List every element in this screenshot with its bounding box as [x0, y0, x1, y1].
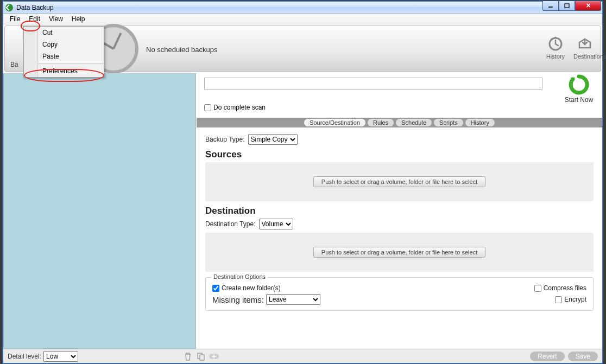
add-icon[interactable] [209, 352, 219, 361]
app-window: Data Backup ✕ File Edit View Help Cut Co… [3, 1, 603, 363]
complete-scan-label: Do complete scan [213, 104, 266, 111]
detail-level-label: Detail level: [8, 353, 41, 360]
menu-file[interactable]: File [5, 14, 24, 24]
complete-scan-input[interactable] [204, 104, 211, 111]
menuitem-cut[interactable]: Cut [24, 27, 104, 39]
revert-button[interactable]: Revert [530, 352, 564, 361]
menuitem-copy[interactable]: Copy [24, 39, 104, 50]
menuitem-preferences[interactable]: Preferences [24, 65, 104, 77]
svg-rect-1 [565, 4, 569, 8]
start-now-button[interactable]: Start Now [562, 74, 596, 104]
sources-push-button[interactable]: Push to select or drag a volume, folder … [313, 176, 485, 187]
status-bar: Detail level: Low Revert Save [3, 349, 602, 363]
svg-rect-11 [200, 355, 204, 360]
backup-type-select[interactable]: Simple Copy [248, 134, 298, 145]
start-now-icon [569, 74, 589, 95]
svg-point-8 [559, 39, 560, 40]
tab-history[interactable]: History [465, 119, 495, 126]
menu-edit[interactable]: Edit [24, 14, 45, 24]
menu-view[interactable]: View [45, 14, 67, 24]
tab-source-destination[interactable]: Source/Destination [304, 119, 365, 126]
history-button[interactable]: History [544, 36, 567, 60]
destinations-icon [577, 36, 593, 52]
window-controls: ✕ [542, 1, 601, 11]
delete-icon[interactable] [182, 352, 193, 361]
encrypt-input[interactable] [555, 296, 562, 303]
compress-files-input[interactable] [534, 285, 541, 292]
destination-options-fieldset: Destination Options Create new folder(s)… [205, 277, 594, 311]
maximize-button[interactable] [559, 1, 575, 11]
destinations-label: Destinations [573, 53, 596, 60]
history-label: History [544, 53, 567, 60]
destination-push-button[interactable]: Push to select or drag a volume, folder … [313, 247, 485, 258]
backup-list-panel [3, 73, 196, 349]
destinations-button[interactable]: Destinations [573, 36, 596, 60]
destination-type-label: Destination Type: [205, 220, 256, 228]
menuitem-paste[interactable]: Paste [24, 50, 104, 62]
create-new-folders-checkbox[interactable]: Create new folder(s) [212, 284, 281, 292]
destination-type-select[interactable]: Volume [259, 219, 293, 229]
tab-rules[interactable]: Rules [368, 119, 394, 126]
svg-point-9 [555, 37, 557, 39]
create-new-folders-input[interactable] [212, 285, 219, 292]
banner-left-caption: Ba [10, 61, 18, 68]
titlebar: Data Backup ✕ [3, 2, 602, 14]
save-button[interactable]: Save [568, 352, 598, 361]
svg-point-7 [551, 39, 553, 40]
destination-heading: Destination [205, 206, 594, 216]
duplicate-icon[interactable] [195, 352, 206, 361]
compress-files-checkbox[interactable]: Compress files [534, 284, 586, 292]
destination-options-legend: Destination Options [211, 273, 268, 280]
form-area: Backup Type: Simple Copy Sources Push to… [197, 129, 602, 349]
encrypt-checkbox[interactable]: Encrypt [555, 296, 586, 303]
backup-name-input[interactable] [204, 78, 542, 90]
svg-rect-0 [548, 7, 553, 8]
window-title: Data Backup [16, 4, 54, 11]
missing-items-select[interactable]: Leave [266, 294, 320, 305]
history-icon [547, 36, 564, 52]
tab-strip: Source/Destination Rules Schedule Script… [197, 118, 602, 127]
sources-heading: Sources [205, 149, 594, 160]
create-new-folders-label: Create new folder(s) [222, 284, 281, 292]
start-now-label: Start Now [562, 96, 596, 104]
main-panel: Start Now Do complete scan Source/Destin… [197, 73, 602, 349]
complete-scan-checkbox[interactable]: Do complete scan [204, 104, 266, 111]
sources-dropzone[interactable]: Push to select or drag a volume, folder … [205, 162, 594, 201]
detail-level-select[interactable]: Low [43, 351, 78, 362]
compress-files-label: Compress files [544, 284, 586, 292]
destination-dropzone[interactable]: Push to select or drag a volume, folder … [205, 233, 594, 272]
edit-dropdown: Cut Copy Paste Preferences [23, 26, 104, 78]
close-button[interactable]: ✕ [575, 1, 601, 11]
tab-schedule[interactable]: Schedule [396, 119, 432, 126]
app-icon [5, 4, 13, 11]
banner-message: No scheduled backups [146, 46, 218, 54]
missing-items-label: Missing items: [212, 295, 264, 304]
backup-type-label: Backup Type: [205, 136, 245, 143]
minimize-button[interactable] [542, 1, 559, 11]
tab-scripts[interactable]: Scripts [434, 119, 463, 126]
encrypt-label: Encrypt [564, 296, 586, 303]
